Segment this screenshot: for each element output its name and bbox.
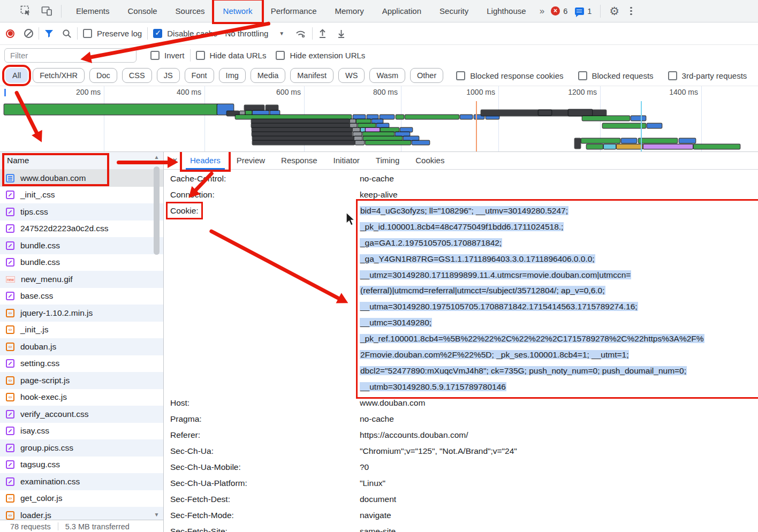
filter-chip-other[interactable]: Other <box>410 68 443 83</box>
waterfall-bar[interactable] <box>253 141 354 145</box>
filter-chip-wasm[interactable]: Wasm <box>369 68 405 83</box>
toggle-device-toolbar-icon[interactable] <box>41 6 52 16</box>
waterfall-bar[interactable] <box>350 119 355 123</box>
waterfall-bar[interactable] <box>366 128 380 132</box>
request-row-base-css[interactable]: base.css <box>0 288 163 305</box>
waterfall-bar[interactable] <box>363 132 394 136</box>
waterfall-bar[interactable] <box>354 136 362 140</box>
waterfall-bar[interactable] <box>355 141 364 145</box>
blocked-response-cookies-checkbox[interactable] <box>456 71 465 80</box>
request-row-247522d2223a0c2d-css[interactable]: 247522d2223a0c2d.css <box>0 221 163 238</box>
blocked-requests-checkbox[interactable] <box>578 71 587 80</box>
waterfall-bar[interactable] <box>581 139 620 143</box>
filter-chip-js[interactable]: JS <box>157 68 180 83</box>
hide-extension-urls-checkbox[interactable] <box>276 51 285 60</box>
detail-tab-preview[interactable]: Preview <box>229 152 273 170</box>
record-network-log-button[interactable] <box>6 29 14 38</box>
search-icon[interactable] <box>62 29 72 39</box>
filter-chip-css[interactable]: CSS <box>122 68 152 83</box>
tab-console[interactable]: Console <box>119 1 166 22</box>
waterfall-bar[interactable] <box>252 132 352 136</box>
hide-data-urls-toggle[interactable]: Hide data URLs <box>196 51 267 60</box>
hide-data-urls-checkbox[interactable] <box>196 51 205 60</box>
waterfall-bar[interactable] <box>236 115 351 119</box>
request-row-init-css[interactable]: _init_.css <box>0 187 163 204</box>
tab-performance[interactable]: Performance <box>262 1 326 22</box>
close-details-icon[interactable]: × <box>168 156 182 165</box>
request-row-examination-css[interactable]: examination.css <box>0 473 163 490</box>
3rd-party-requests-toggle[interactable]: 3rd-party requests <box>668 71 747 80</box>
waterfall-bar[interactable] <box>377 124 389 127</box>
request-row-verify-account-css[interactable]: verify_account.css <box>0 406 163 423</box>
waterfall-bar[interactable] <box>575 139 580 148</box>
filter-input[interactable] <box>4 48 137 63</box>
waterfall-bar[interactable] <box>396 132 410 136</box>
detail-tab-response[interactable]: Response <box>273 152 325 170</box>
request-row-init-js[interactable]: ‹›_init_.js <box>0 322 163 339</box>
request-row-bundle-css[interactable]: bundle.css <box>0 237 163 254</box>
3rd-party-requests-checkbox[interactable] <box>668 71 677 80</box>
filter-chip-ws[interactable]: WS <box>338 68 365 83</box>
request-row-page-script-js[interactable]: ‹›page-script.js <box>0 372 163 389</box>
more-tabs-icon[interactable]: » <box>540 6 543 17</box>
disable-cache-checkbox[interactable] <box>153 29 162 38</box>
request-row-douban-js[interactable]: ‹›douban.js <box>0 338 163 355</box>
waterfall-bar[interactable] <box>366 141 411 145</box>
export-har-icon[interactable] <box>337 28 346 39</box>
blocked-requests-toggle[interactable]: Blocked requests <box>578 71 654 80</box>
preserve-log-toggle[interactable]: Preserve log <box>83 29 142 38</box>
tab-security[interactable]: Security <box>430 1 477 22</box>
waterfall-bar[interactable] <box>412 141 429 145</box>
tab-sources[interactable]: Sources <box>166 1 214 22</box>
request-row-new-menu-gif[interactable]: newnew_menu.gif <box>0 271 163 288</box>
filter-chip-fetch-xhr[interactable]: Fetch/XHR <box>33 68 85 83</box>
waterfall-bar[interactable] <box>604 145 616 149</box>
request-row-www-douban-com[interactable]: www.douban.com <box>0 170 163 187</box>
waterfall-bar[interactable] <box>4 104 217 115</box>
filter-chip-font[interactable]: Font <box>185 68 214 83</box>
clear-network-log-button[interactable] <box>24 29 33 38</box>
tab-elements[interactable]: Elements <box>67 1 119 22</box>
request-row-jquery-1-10-2-min-js[interactable]: ‹›jquery-1.10.2.min.js <box>0 305 163 322</box>
waterfall-bar[interactable] <box>603 124 646 128</box>
waterfall-bar[interactable] <box>367 115 378 119</box>
filter-chip-manifest[interactable]: Manifest <box>290 68 333 83</box>
invert-toggle[interactable]: Invert <box>150 51 185 60</box>
request-row-get-color-js[interactable]: ‹›get_color.js <box>0 490 163 507</box>
invert-checkbox[interactable] <box>150 51 160 60</box>
scrollbar-thumb[interactable] <box>154 166 160 255</box>
detail-tab-cookies[interactable]: Cookies <box>407 152 452 170</box>
customize-menu-icon[interactable] <box>627 7 635 16</box>
error-badge[interactable]: × 6 <box>551 6 567 16</box>
request-row-hook-exec-js[interactable]: ‹›hook-exec.js <box>0 389 163 406</box>
waterfall-bar[interactable] <box>253 111 269 115</box>
waterfall-bar[interactable] <box>270 111 279 115</box>
request-row-bundle-css[interactable]: bundle.css <box>0 254 163 271</box>
waterfall-bar[interactable] <box>486 115 499 119</box>
waterfall-bar[interactable] <box>372 119 383 123</box>
waterfall-bar[interactable] <box>587 145 603 149</box>
waterfall-bar[interactable] <box>353 128 360 132</box>
tab-application[interactable]: Application <box>373 1 430 22</box>
tab-network[interactable]: Network <box>214 1 262 22</box>
waterfall-bar[interactable] <box>400 128 412 132</box>
waterfall-bar[interactable] <box>405 115 459 119</box>
import-har-icon[interactable] <box>318 28 327 39</box>
waterfall-bar[interactable] <box>643 145 693 149</box>
waterfall-bar[interactable] <box>694 145 740 149</box>
waterfall-bar[interactable] <box>539 110 551 115</box>
request-row-loader-js[interactable]: ‹›loader.js <box>0 507 163 520</box>
detail-tab-headers[interactable]: Headers <box>182 152 229 170</box>
waterfall-bar[interactable] <box>363 136 402 140</box>
waterfall-bar[interactable] <box>361 128 365 132</box>
preserve-log-checkbox[interactable] <box>83 29 92 38</box>
name-column-header[interactable]: Name <box>0 152 163 170</box>
waterfall-bar[interactable] <box>396 115 404 119</box>
throttling-select[interactable]: No throttling <box>225 29 268 38</box>
network-conditions-icon[interactable] <box>295 28 307 39</box>
filter-chip-doc[interactable]: Doc <box>89 68 117 83</box>
scroll-down-icon[interactable]: ▼ <box>153 511 161 519</box>
detail-tab-timing[interactable]: Timing <box>368 152 407 170</box>
waterfall-bar[interactable] <box>617 145 642 149</box>
request-row-group-pics-css[interactable]: group.pics.css <box>0 439 163 457</box>
